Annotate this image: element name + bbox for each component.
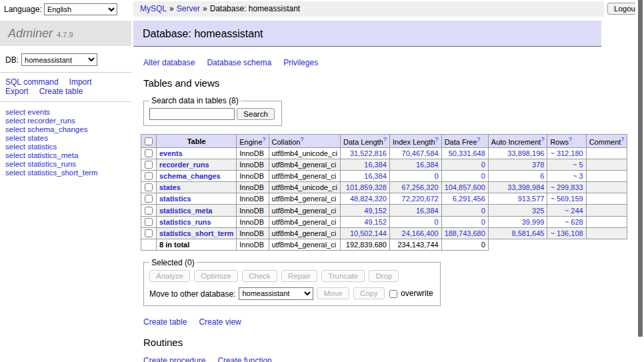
copy-button[interactable]: Copy — [353, 287, 385, 299]
rows-help-link[interactable]: ? — [569, 136, 572, 143]
alter-database-link[interactable]: Alter database — [143, 58, 195, 67]
auto-increment-link[interactable]: 913,577 — [518, 195, 545, 203]
truncate-button[interactable]: Truncate — [321, 270, 365, 282]
row-checkbox[interactable] — [145, 229, 153, 237]
create-table-link[interactable]: Create table — [143, 317, 187, 327]
sidebar-item-select-events[interactable]: select events — [5, 108, 126, 117]
data-length-link[interactable]: 48,824,320 — [350, 195, 387, 203]
data-length-link[interactable]: 16,384 — [364, 172, 387, 180]
database-schema-link[interactable]: Database schema — [207, 58, 271, 67]
data-free-link[interactable]: 188,743,680 — [445, 229, 485, 237]
create-procedure-link[interactable]: Create procedure — [143, 356, 205, 362]
data-length-link[interactable]: 49,152 — [364, 207, 387, 215]
sidebar-item-create-table[interactable]: Create table — [39, 87, 83, 96]
privileges-link[interactable]: Privileges — [283, 58, 318, 67]
auto-increment-help-link[interactable]: ? — [541, 136, 544, 143]
select-all-checkbox[interactable] — [145, 137, 153, 145]
db-select[interactable]: homeassistant — [21, 53, 97, 66]
data-length-help-link[interactable]: ? — [383, 136, 387, 143]
sidebar-item-export[interactable]: Export — [5, 87, 29, 96]
index-length-link[interactable]: 72,220,672 — [402, 195, 439, 203]
data-length-link[interactable]: 31,522,816 — [350, 149, 387, 157]
table-name-link[interactable]: statistics_meta — [159, 207, 213, 215]
auto-increment-link[interactable]: 39,999 — [522, 218, 545, 226]
search-button[interactable]: Search — [237, 108, 274, 120]
breadcrumb-server-link[interactable]: Server — [177, 4, 200, 13]
table-name-link[interactable]: states — [159, 183, 181, 191]
engine-help-link[interactable]: ? — [263, 136, 266, 143]
sidebar-item-sql-command[interactable]: SQL command — [5, 77, 59, 87]
data-free-help-link[interactable]: ? — [477, 136, 481, 143]
row-checkbox[interactable] — [145, 218, 153, 226]
data-length-link[interactable]: 101,859,328 — [346, 183, 387, 191]
search-input[interactable] — [149, 108, 235, 120]
row-checkbox[interactable] — [145, 195, 153, 203]
data-free-link[interactable]: 6,291,456 — [453, 195, 485, 203]
index-length-help-link[interactable]: ? — [435, 136, 439, 143]
table-name-link[interactable]: events — [159, 149, 183, 157]
data-free-link[interactable]: 0 — [481, 218, 485, 226]
row-checkbox[interactable] — [145, 161, 153, 169]
auto-increment-link[interactable]: 378 — [532, 161, 544, 169]
collation-help-link[interactable]: ? — [300, 136, 303, 143]
sidebar-item-select-schema-changes[interactable]: select schema_changes — [5, 125, 126, 134]
data-free-link[interactable]: 0 — [481, 172, 485, 180]
language-select[interactable]: English — [44, 3, 117, 15]
index-length-link[interactable]: 16,384 — [416, 207, 439, 215]
sidebar-item-select-recorder-runs[interactable]: select recorder_runs — [5, 117, 126, 125]
table-name-link[interactable]: recorder_runs — [159, 161, 209, 169]
vertical-scrollbar[interactable] — [635, 0, 644, 362]
rows-count-link[interactable]: ~ 628 — [565, 218, 583, 226]
check-button[interactable]: Check — [242, 270, 277, 282]
index-length-link[interactable]: 24,166,400 — [402, 229, 439, 237]
sidebar-item-import[interactable]: Import — [69, 77, 92, 87]
index-length-link[interactable]: 0 — [435, 172, 439, 180]
rows-count-link[interactable]: ~ 569,159 — [550, 195, 583, 203]
rows-count-link[interactable]: ~ 244 — [565, 207, 583, 215]
comment-help-link[interactable]: ? — [621, 136, 624, 143]
rows-count-link[interactable]: ~ 312,180 — [550, 149, 583, 157]
row-checkbox[interactable] — [145, 207, 153, 215]
data-length-link[interactable]: 49,152 — [364, 218, 387, 226]
table-name-link[interactable]: statistics_runs — [159, 218, 211, 226]
data-free-link[interactable]: 0 — [481, 207, 485, 215]
rows-count-link[interactable]: ~ 136,108 — [550, 229, 583, 237]
data-length-link[interactable]: 10,502,144 — [350, 229, 387, 237]
auto-increment-link[interactable]: 8,581,645 — [511, 229, 544, 237]
sidebar-item-select-states[interactable]: select states — [5, 134, 126, 143]
row-checkbox[interactable] — [145, 149, 153, 157]
analyze-button[interactable]: Analyze — [149, 270, 190, 282]
sidebar-item-select-statistics[interactable]: select statistics — [5, 143, 126, 151]
sidebar-item-select-statistics-short-term[interactable]: select statistics_short_term — [5, 169, 126, 177]
table-name-link[interactable]: schema_changes — [159, 172, 221, 180]
row-checkbox[interactable] — [145, 183, 153, 191]
optimize-button[interactable]: Optimize — [194, 270, 237, 282]
data-length-link[interactable]: 16,384 — [364, 161, 387, 169]
table-name-link[interactable]: statistics — [159, 195, 191, 203]
index-length-link[interactable]: 16,384 — [416, 161, 439, 169]
repair-button[interactable]: Repair — [281, 270, 317, 282]
auto-increment-link[interactable]: 325 — [532, 207, 544, 215]
data-free-link[interactable]: 0 — [481, 161, 485, 169]
data-free-link[interactable]: 104,857,600 — [445, 183, 485, 191]
breadcrumb-mysql-link[interactable]: MySQL — [140, 4, 167, 13]
sidebar-item-select-statistics-runs[interactable]: select statistics_runs — [5, 160, 126, 169]
index-length-link[interactable]: 67,256,320 — [402, 183, 439, 191]
move-button[interactable]: Move — [317, 287, 349, 299]
table-name-link[interactable]: statistics_short_term — [159, 229, 233, 237]
rows-count-link[interactable]: ~ 5 — [573, 161, 583, 169]
data-free-link[interactable]: 50,331,648 — [449, 149, 485, 157]
rows-count-link[interactable]: ~ 299,833 — [550, 183, 583, 191]
index-length-link[interactable]: 70,467,584 — [402, 149, 439, 157]
rows-count-link[interactable]: ~ 3 — [573, 172, 583, 180]
auto-increment-link[interactable]: 6 — [540, 172, 544, 180]
auto-increment-link[interactable]: 33,398,984 — [507, 183, 544, 191]
index-length-link[interactable]: 0 — [435, 218, 439, 226]
move-database-select[interactable]: homeassistant — [239, 287, 313, 300]
sidebar-item-select-statistics-meta[interactable]: select statistics_meta — [5, 151, 126, 160]
auto-increment-link[interactable]: 33,898,196 — [507, 149, 544, 157]
scrollbar-thumb[interactable] — [638, 0, 643, 337]
create-view-link[interactable]: Create view — [199, 317, 241, 327]
drop-button[interactable]: Drop — [369, 270, 399, 282]
row-checkbox[interactable] — [145, 172, 153, 180]
